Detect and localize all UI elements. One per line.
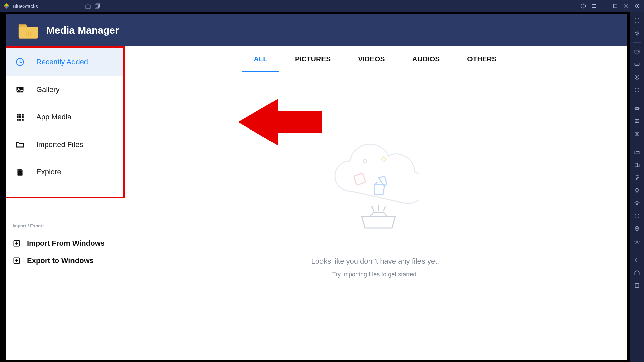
svg-rect-0 bbox=[96, 4, 100, 7]
svg-line-40 bbox=[383, 206, 385, 211]
svg-rect-17 bbox=[17, 87, 24, 92]
svg-rect-27 bbox=[22, 119, 23, 120]
gamepad-icon[interactable] bbox=[633, 103, 641, 113]
svg-rect-72 bbox=[635, 284, 639, 288]
minimize-icon[interactable] bbox=[602, 3, 608, 9]
recents-icon[interactable] bbox=[633, 280, 641, 291]
svg-rect-64 bbox=[635, 133, 639, 136]
svg-rect-22 bbox=[17, 116, 18, 118]
sidebar-item-gallery[interactable]: Gallery bbox=[6, 76, 123, 103]
chevrons-left-icon[interactable] bbox=[634, 3, 640, 9]
empty-state: Looks like you don 't have any files yet… bbox=[123, 72, 627, 360]
back-icon[interactable] bbox=[633, 255, 641, 265]
right-rail: APK bbox=[630, 12, 644, 362]
svg-marker-51 bbox=[637, 76, 638, 78]
titlebar: BlueStacks bbox=[0, 0, 644, 12]
svg-rect-13 bbox=[29, 32, 30, 34]
apk-icon[interactable]: APK bbox=[633, 116, 641, 126]
sidebar-item-label: App Media bbox=[36, 113, 71, 121]
import-from-windows-button[interactable]: Import From Windows bbox=[13, 235, 116, 252]
sidebar-item-label: Imported Files bbox=[36, 140, 83, 149]
sidebar-item-label: Explore bbox=[36, 168, 61, 176]
shake-icon[interactable] bbox=[633, 173, 641, 183]
svg-rect-37 bbox=[381, 157, 386, 161]
maximize-icon[interactable] bbox=[612, 3, 618, 9]
folder-icon bbox=[18, 21, 38, 40]
menu-icon[interactable] bbox=[591, 3, 597, 9]
page-title: Media Manager bbox=[46, 24, 119, 36]
folder-rail-icon[interactable] bbox=[633, 147, 641, 157]
tab-videos[interactable]: VIDEOS bbox=[356, 48, 387, 70]
svg-rect-12 bbox=[26, 32, 28, 34]
svg-marker-42 bbox=[635, 32, 637, 35]
home-rail-icon[interactable] bbox=[633, 268, 641, 278]
tab-pictures[interactable]: PICTURES bbox=[293, 48, 333, 70]
svg-point-65 bbox=[636, 134, 638, 135]
volume-icon[interactable] bbox=[633, 28, 641, 38]
empty-title: Looks like you don 't have any files yet… bbox=[311, 257, 439, 266]
app-viewport: Media Manager Recently Added bbox=[0, 12, 630, 362]
tab-all[interactable]: ALL bbox=[252, 48, 269, 70]
import-label: Import From Windows bbox=[27, 239, 105, 248]
screenshot-icon[interactable] bbox=[633, 129, 641, 139]
tab-audios[interactable]: AUDIOS bbox=[410, 48, 442, 70]
location-icon[interactable] bbox=[633, 224, 641, 234]
svg-point-52 bbox=[635, 88, 639, 92]
sidebar: Recently Added Gallery bbox=[6, 46, 123, 360]
svg-rect-44 bbox=[635, 63, 639, 66]
download-icon bbox=[13, 240, 21, 247]
help-icon[interactable] bbox=[580, 3, 586, 9]
svg-rect-28 bbox=[19, 169, 19, 170]
svg-rect-30 bbox=[21, 169, 21, 170]
svg-text:APK: APK bbox=[635, 120, 638, 122]
sidebar-item-imported-files[interactable]: Imported Files bbox=[6, 131, 123, 158]
svg-rect-29 bbox=[20, 169, 20, 170]
target-icon[interactable] bbox=[633, 85, 641, 95]
svg-rect-15 bbox=[29, 34, 30, 36]
sidebar-item-label: Recently Added bbox=[36, 58, 88, 66]
svg-rect-20 bbox=[19, 114, 21, 115]
svg-rect-14 bbox=[26, 34, 28, 36]
export-label: Export to Windows bbox=[27, 256, 94, 265]
sidebar-item-explore[interactable]: Explore bbox=[6, 158, 123, 186]
rotate-icon[interactable] bbox=[633, 211, 641, 221]
keyboard-icon[interactable] bbox=[633, 59, 641, 69]
layers-icon[interactable] bbox=[633, 198, 641, 208]
replay-icon[interactable] bbox=[633, 72, 641, 82]
export-to-windows-button[interactable]: Export to Windows bbox=[13, 252, 116, 269]
svg-rect-8 bbox=[614, 4, 617, 8]
svg-rect-24 bbox=[22, 116, 23, 118]
svg-point-70 bbox=[636, 241, 638, 243]
svg-point-36 bbox=[363, 159, 367, 163]
svg-rect-26 bbox=[19, 119, 21, 120]
svg-rect-19 bbox=[17, 114, 18, 115]
media-tabs: ALL PICTURES VIDEOS AUDIOS OTHERS bbox=[123, 46, 627, 72]
sidebar-item-recently-added[interactable]: Recently Added bbox=[6, 48, 123, 76]
import-export-section-label: Import / Export bbox=[13, 223, 116, 228]
clock-icon bbox=[14, 57, 26, 67]
svg-line-38 bbox=[372, 206, 374, 211]
windows-icon[interactable] bbox=[94, 3, 100, 9]
gear-icon[interactable] bbox=[633, 237, 641, 247]
sd-card-icon bbox=[14, 168, 26, 176]
sidebar-item-app-media[interactable]: App Media bbox=[6, 103, 123, 131]
svg-point-61 bbox=[638, 109, 639, 109]
close-icon[interactable] bbox=[623, 3, 629, 9]
svg-point-3 bbox=[583, 7, 583, 7]
content-pane: ALL PICTURES VIDEOS AUDIOS OTHERS bbox=[123, 46, 627, 360]
image-icon bbox=[14, 85, 26, 94]
app-name-label: BlueStacks bbox=[13, 3, 38, 9]
svg-rect-1 bbox=[95, 5, 99, 8]
svg-rect-66 bbox=[635, 163, 638, 167]
media-manager-header: Media Manager bbox=[6, 14, 627, 46]
keymap-icon[interactable] bbox=[633, 47, 641, 57]
svg-rect-21 bbox=[22, 114, 23, 115]
svg-rect-35 bbox=[354, 173, 366, 185]
fullscreen-icon[interactable] bbox=[633, 15, 641, 25]
bulb-icon[interactable] bbox=[633, 186, 641, 196]
home-icon[interactable] bbox=[85, 3, 91, 9]
tab-others[interactable]: OTHERS bbox=[465, 48, 499, 70]
multi-instance-icon[interactable] bbox=[633, 160, 641, 170]
folder-outline-icon bbox=[14, 140, 26, 149]
empty-subtitle: Try importing files to get started. bbox=[332, 271, 418, 278]
